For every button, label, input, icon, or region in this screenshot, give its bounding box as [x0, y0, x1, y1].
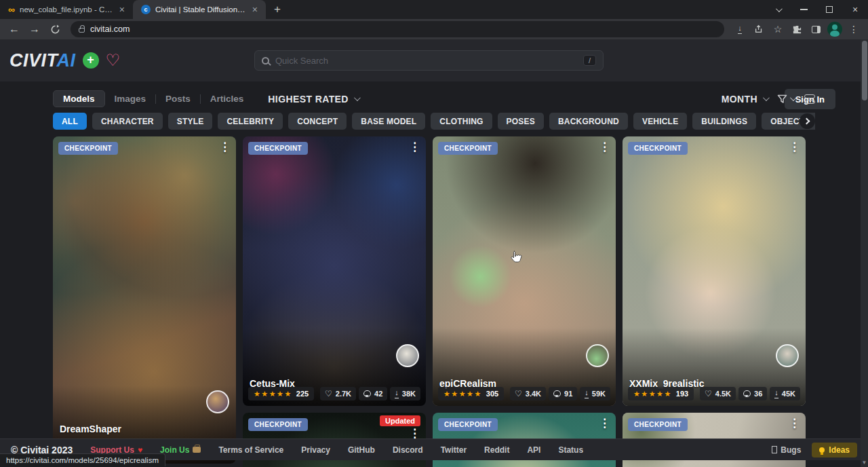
- model-card-epicrealism[interactable]: CHECKPOINT ⋮ epiCRealism ★★★★★ 305 ♡3.4K: [433, 136, 616, 406]
- tab-search-icon[interactable]: [765, 0, 791, 19]
- tab-title: Civitai | Stable Diffusion models,: [155, 5, 246, 14]
- funnel-icon: [777, 94, 787, 104]
- search-icon: [262, 57, 269, 64]
- footer-link-join-us[interactable]: Join Us: [160, 445, 201, 455]
- card-menu-icon[interactable]: ⋮: [219, 142, 231, 152]
- url-text[interactable]: civitai.com: [90, 24, 130, 34]
- filter-dropdown[interactable]: [777, 94, 795, 104]
- share-icon[interactable]: [750, 21, 768, 37]
- url-bar[interactable]: civitai.com: [71, 21, 724, 37]
- tab-images[interactable]: Images: [105, 91, 156, 107]
- civitai-logo[interactable]: CIVITAI: [9, 50, 76, 71]
- footer-link-api[interactable]: API: [527, 445, 540, 455]
- new-tab-button[interactable]: +: [266, 3, 289, 19]
- maximize-button[interactable]: [816, 0, 842, 19]
- site-header: CIVITAI + ♡ Quick Search / Sign In: [0, 39, 868, 81]
- footer-link-privacy[interactable]: Privacy: [301, 445, 330, 455]
- category-pill-style[interactable]: STYLE: [168, 113, 213, 130]
- favorites-heart-icon[interactable]: ♡: [106, 52, 121, 69]
- category-pill-buildings[interactable]: BUILDINGS: [692, 113, 756, 130]
- pills-scroll-right-button[interactable]: [800, 113, 815, 129]
- downloads-stat: ↓38K: [390, 387, 420, 400]
- bugs-link[interactable]: Bugs: [772, 445, 801, 455]
- category-pill-concept[interactable]: CONCEPT: [288, 113, 347, 130]
- tab-close-icon[interactable]: ×: [118, 5, 126, 14]
- model-card-xxmix-9realistic[interactable]: CHECKPOINT ⋮ XXMix_9realistic ★★★★★ 193 …: [623, 136, 806, 406]
- model-stats: ★★★★★ 193 ♡4.5K 36 ↓45K: [628, 387, 800, 400]
- creator-avatar[interactable]: [396, 344, 419, 367]
- scrollbar-down-arrow[interactable]: ▼: [861, 460, 868, 466]
- briefcase-icon: [193, 447, 201, 453]
- search-placeholder: Quick Search: [275, 56, 577, 66]
- star-rating-icon: ★★★★★: [443, 390, 482, 398]
- civitai-page: CIVITAI + ♡ Quick Search / Sign In Model…: [0, 39, 868, 467]
- rating-pill: ★★★★★ 305: [438, 387, 504, 400]
- category-pill-poses[interactable]: POSES: [498, 113, 544, 130]
- creator-avatar[interactable]: [206, 390, 229, 413]
- model-card-dreamshaper[interactable]: CHECKPOINT ⋮ DreamShaper: [53, 136, 236, 464]
- creator-avatar[interactable]: [586, 344, 609, 367]
- tab-posts[interactable]: Posts: [156, 91, 200, 107]
- browser-menu-icon[interactable]: ⋮: [845, 21, 863, 37]
- tab-close-icon[interactable]: ×: [251, 5, 259, 14]
- bookmark-star-icon[interactable]: ☆: [769, 21, 787, 37]
- model-title: DreamShaper: [60, 424, 121, 434]
- card-menu-icon[interactable]: ⋮: [409, 428, 420, 438]
- reload-icon[interactable]: [46, 20, 64, 38]
- model-card-cetus-mix[interactable]: CHECKPOINT ⋮ Cetus-Mix ★★★★★ 225 ♡2.7K: [243, 136, 426, 406]
- category-pill-vehicle[interactable]: VEHICLE: [633, 113, 687, 130]
- browser-profile-avatar[interactable]: [826, 21, 844, 37]
- heart-icon: ♡: [705, 390, 712, 398]
- tab-colab[interactable]: ∞ new_colab_file.ipynb - Colaborat ×: [0, 0, 133, 19]
- close-button[interactable]: ×: [842, 0, 868, 19]
- download-icon: ↓: [585, 389, 589, 398]
- category-pill-base-model[interactable]: BASE MODEL: [352, 113, 425, 130]
- star-rating-icon: ★★★★★: [254, 390, 292, 398]
- ideas-button[interactable]: Ideas: [812, 443, 857, 457]
- footer-links: Support Us♥ Join Us Terms of Service Pri…: [90, 445, 583, 455]
- creator-avatar[interactable]: [776, 344, 799, 367]
- browser-tab-bar: ∞ new_colab_file.ipynb - Colaborat × c C…: [0, 0, 868, 19]
- footer-link-status[interactable]: Status: [558, 445, 583, 455]
- side-panel-icon[interactable]: [807, 21, 825, 37]
- footer-link-terms[interactable]: Terms of Service: [218, 445, 283, 455]
- period-dropdown[interactable]: MONTH: [722, 94, 768, 105]
- download-page-icon[interactable]: ↓: [731, 21, 749, 37]
- colab-icon: ∞: [8, 4, 15, 15]
- likes-stat: ♡4.5K: [700, 387, 736, 400]
- card-menu-icon[interactable]: ⋮: [599, 418, 610, 428]
- page-scrollbar[interactable]: ▼: [861, 39, 868, 467]
- model-stats: ★★★★★ 225 ♡2.7K 42 ↓38K: [248, 387, 420, 400]
- footer-link-reddit[interactable]: Reddit: [484, 445, 509, 455]
- quick-search-input[interactable]: Quick Search /: [254, 50, 604, 71]
- likes-stat: ♡2.7K: [320, 387, 356, 400]
- category-pill-background[interactable]: BACKGROUND: [549, 113, 628, 130]
- model-stats: ★★★★★ 305 ♡3.4K 91 ↓59K: [438, 387, 610, 400]
- footer-link-twitter[interactable]: Twitter: [441, 445, 467, 455]
- category-pill-clothing[interactable]: CLOTHING: [431, 113, 492, 130]
- category-pill-celebrity[interactable]: CELEBRITY: [218, 113, 283, 130]
- footer-link-github[interactable]: GitHub: [348, 445, 375, 455]
- scrollbar-thumb[interactable]: [862, 41, 867, 100]
- checkpoint-badge: CHECKPOINT: [438, 142, 498, 155]
- likes-stat: ♡3.4K: [510, 387, 546, 400]
- forward-icon[interactable]: →: [26, 20, 43, 38]
- card-menu-icon[interactable]: ⋮: [599, 142, 610, 152]
- layout-toggle-icon[interactable]: [804, 94, 815, 104]
- tab-articles[interactable]: Articles: [201, 91, 254, 107]
- minimize-button[interactable]: [791, 0, 816, 19]
- card-menu-icon[interactable]: ⋮: [789, 418, 800, 428]
- back-icon[interactable]: ←: [5, 20, 23, 38]
- extensions-puzzle-icon[interactable]: [788, 21, 806, 37]
- comments-stat: 42: [359, 387, 387, 400]
- create-plus-button[interactable]: +: [83, 52, 99, 69]
- status-bar-url: https://civitai.com/models/25694/epicrea…: [0, 453, 165, 466]
- tab-models[interactable]: Models: [53, 90, 105, 107]
- card-menu-icon[interactable]: ⋮: [789, 142, 800, 152]
- category-pill-all[interactable]: ALL: [53, 113, 87, 130]
- card-menu-icon[interactable]: ⋮: [409, 142, 420, 152]
- sort-dropdown[interactable]: HIGHEST RATED: [268, 94, 359, 105]
- tab-civitai[interactable]: c Civitai | Stable Diffusion models, ×: [133, 0, 266, 19]
- category-pill-character[interactable]: CHARACTER: [92, 113, 163, 130]
- footer-link-discord[interactable]: Discord: [393, 445, 423, 455]
